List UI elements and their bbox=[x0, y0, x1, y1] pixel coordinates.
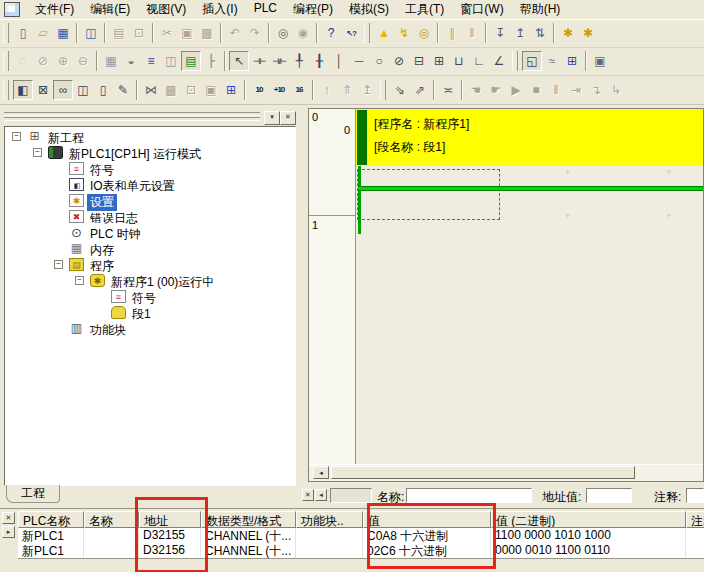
copy-button[interactable]: ▣ bbox=[177, 23, 197, 43]
ladder-horizontal-scrollbar[interactable]: ◂ bbox=[309, 464, 703, 481]
new-or-contact-button[interactable]: ╀ bbox=[289, 51, 309, 71]
tree-expander[interactable]: − bbox=[33, 148, 42, 157]
replace-button[interactable]: ◉ bbox=[293, 23, 313, 43]
tree-item[interactable]: 错误日志 bbox=[5, 209, 295, 225]
monitor-halt-button[interactable]: ◫ bbox=[161, 51, 181, 71]
monitoring-button[interactable]: ◎ bbox=[414, 23, 434, 43]
tree-item-label[interactable]: 功能块 bbox=[87, 322, 129, 339]
transfer-to-plc-button[interactable]: ↧ bbox=[490, 23, 510, 43]
scrollbar-thumb[interactable] bbox=[331, 466, 635, 479]
menu-item[interactable]: 文件(F) bbox=[27, 0, 82, 19]
ladder-editor[interactable]: 0 0 1 [程序名 : 新程序1] [段名称 : 段1] + + + + ◂ bbox=[308, 108, 704, 482]
table-row[interactable]: 新PLC1D32155CHANNEL (十...C0A8 十六进制1100 00… bbox=[18, 528, 704, 543]
project-panel-header[interactable]: ▾ ✕ bbox=[4, 111, 294, 124]
pause-hand-button[interactable]: ☚ bbox=[466, 80, 486, 100]
menu-item[interactable]: 视图(V) bbox=[138, 0, 194, 19]
zoom-out-button[interactable]: ⊖ bbox=[73, 51, 93, 71]
print-button[interactable]: ▤ bbox=[109, 23, 129, 43]
step-run-button[interactable]: ⇥ bbox=[566, 80, 586, 100]
toggle-project-window-button[interactable]: ◧ bbox=[13, 80, 33, 100]
address-value-input[interactable] bbox=[586, 488, 632, 503]
tree-item[interactable]: −程序 bbox=[5, 257, 295, 273]
tree-item[interactable]: 设置 bbox=[5, 193, 295, 209]
menu-item[interactable]: 模拟(S) bbox=[341, 0, 397, 19]
toggle-output-window-button[interactable]: ⊠ bbox=[33, 80, 53, 100]
tree-item[interactable]: −新PLC1[CP1H] 运行模式 bbox=[5, 145, 295, 161]
cut-button[interactable]: ✂ bbox=[157, 23, 177, 43]
tree-item[interactable]: PLC 时钟 bbox=[5, 225, 295, 241]
watchbar-collapse-button[interactable]: ◂ bbox=[315, 489, 327, 501]
monitor-signed-decimal-button[interactable]: +10 bbox=[269, 80, 289, 100]
menu-item[interactable]: PLC bbox=[246, 0, 285, 19]
online-simulation-button[interactable]: ↯ bbox=[394, 23, 414, 43]
comment-display-button[interactable]: ◒ bbox=[121, 51, 141, 71]
column-header[interactable]: 数据类型/格式 bbox=[201, 511, 296, 528]
step-in-button[interactable]: ↴ bbox=[586, 80, 606, 100]
work-online-button[interactable]: ▲ bbox=[374, 23, 394, 43]
print-preview-button[interactable]: ⊡ bbox=[129, 23, 149, 43]
watch-close-button[interactable]: ✕ bbox=[2, 512, 15, 524]
stop-button[interactable]: ■ bbox=[526, 80, 546, 100]
tree-item[interactable]: −新程序1 (00)运行中 bbox=[5, 273, 295, 289]
transfer-from-plc-button[interactable]: ↥ bbox=[510, 23, 530, 43]
toggle-reference-window-button[interactable]: ◫ bbox=[73, 80, 93, 100]
vertical-line-button[interactable]: │ bbox=[329, 51, 349, 71]
address-reference-tool-button[interactable]: ▯ bbox=[93, 80, 113, 100]
new-contact-button[interactable]: ⊣⊢ bbox=[249, 51, 269, 71]
monitor-hex-button[interactable]: 16 bbox=[289, 80, 309, 100]
new-instruction-button[interactable]: ⊟ bbox=[409, 51, 429, 71]
function-block-io-button[interactable]: ∟ bbox=[469, 51, 489, 71]
transfer-settings-button[interactable]: ✱ bbox=[578, 23, 598, 43]
memo-button[interactable]: ▣ bbox=[590, 51, 610, 71]
tree-item[interactable]: 内存 bbox=[5, 241, 295, 257]
column-header[interactable]: 功能块.. bbox=[296, 511, 363, 528]
zoom-tool-button[interactable]: ◌ bbox=[13, 51, 33, 71]
save-button[interactable]: ▦ bbox=[53, 23, 73, 43]
new-closed-contact-button[interactable]: ⊣/⊢ bbox=[269, 51, 289, 71]
resume-hand-button[interactable]: ☛ bbox=[486, 80, 506, 100]
tree-expander[interactable]: − bbox=[12, 132, 21, 141]
column-header[interactable]: 值 (二进制) bbox=[491, 511, 686, 528]
compile-button[interactable]: ◫ bbox=[81, 23, 101, 43]
function-block-invocation-button[interactable]: ⊔ bbox=[449, 51, 469, 71]
name-input[interactable] bbox=[406, 488, 532, 503]
time-chart-button[interactable]: ▣ bbox=[201, 80, 221, 100]
force-reset-button[interactable]: ⇑ bbox=[337, 80, 357, 100]
menu-item[interactable]: 插入(I) bbox=[194, 0, 245, 19]
monitor-decimal-button[interactable]: 10 bbox=[249, 80, 269, 100]
menu-item[interactable]: 窗口(W) bbox=[452, 0, 511, 19]
tree-item[interactable]: −新工程 bbox=[5, 129, 295, 145]
column-header[interactable]: 注释 bbox=[686, 511, 704, 528]
panel-dropdown-button[interactable]: ▾ bbox=[264, 111, 280, 125]
horizontal-line-button[interactable]: ─ bbox=[349, 51, 369, 71]
tree-item[interactable]: IO表和单元设置 bbox=[5, 177, 295, 193]
scroll-left-button[interactable]: ◂ bbox=[313, 466, 329, 479]
find-button[interactable]: ◎ bbox=[273, 23, 293, 43]
menu-item[interactable]: 编程(P) bbox=[285, 0, 341, 19]
differential-monitor-button[interactable]: ∥ bbox=[442, 23, 462, 43]
undo-button[interactable]: ↶ bbox=[225, 23, 245, 43]
zoom-custom-button[interactable]: ⊘ bbox=[33, 51, 53, 71]
tree-item[interactable]: 符号 bbox=[5, 289, 295, 305]
zoom-in-button[interactable]: ⊕ bbox=[53, 51, 73, 71]
context-help-button[interactable]: ↖? bbox=[341, 23, 361, 43]
watch-expand-button[interactable]: ▸ bbox=[2, 526, 15, 538]
table-row[interactable]: 新PLC1D32156CHANNEL (十...02C6 十六进制0000 00… bbox=[18, 543, 704, 558]
binary-monitor-button[interactable]: ⊞ bbox=[221, 80, 241, 100]
tree-expander[interactable]: − bbox=[75, 276, 84, 285]
watchbar-close-button[interactable]: ✕ bbox=[302, 489, 314, 501]
new-closed-instruction-button[interactable]: ⊞ bbox=[429, 51, 449, 71]
pause-monitoring-button[interactable]: ‖ bbox=[462, 23, 482, 43]
tree-item[interactable]: 功能块 bbox=[5, 321, 295, 337]
open-file-button[interactable]: ▱ bbox=[33, 23, 53, 43]
step-out-button[interactable]: ↳ bbox=[606, 80, 626, 100]
force-set-button[interactable]: ↑ bbox=[317, 80, 337, 100]
transfer-program-button[interactable]: ✱ bbox=[558, 23, 578, 43]
io-comment-view-button[interactable]: ≈ bbox=[542, 51, 562, 71]
cross-reference-report-button[interactable]: ⊞ bbox=[562, 51, 582, 71]
delete-line-button[interactable]: ∠ bbox=[489, 51, 509, 71]
verify-button[interactable]: ≍ bbox=[438, 80, 458, 100]
display-mode-button[interactable]: ◱ bbox=[522, 51, 542, 71]
data-trace-button[interactable]: ⊡ bbox=[181, 80, 201, 100]
panel-close-button[interactable]: ✕ bbox=[280, 111, 296, 125]
